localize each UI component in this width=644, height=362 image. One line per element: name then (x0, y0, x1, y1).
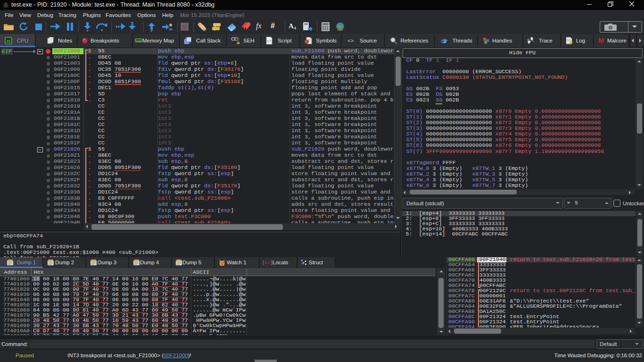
svg-text:<>: <> (348, 38, 354, 43)
svg-text:!: ! (238, 41, 239, 44)
svg-text:<>: <> (267, 39, 272, 43)
svg-text:M: M (598, 37, 604, 44)
svg-text:32: 32 (7, 39, 11, 43)
svg-text:S: S (182, 23, 186, 31)
